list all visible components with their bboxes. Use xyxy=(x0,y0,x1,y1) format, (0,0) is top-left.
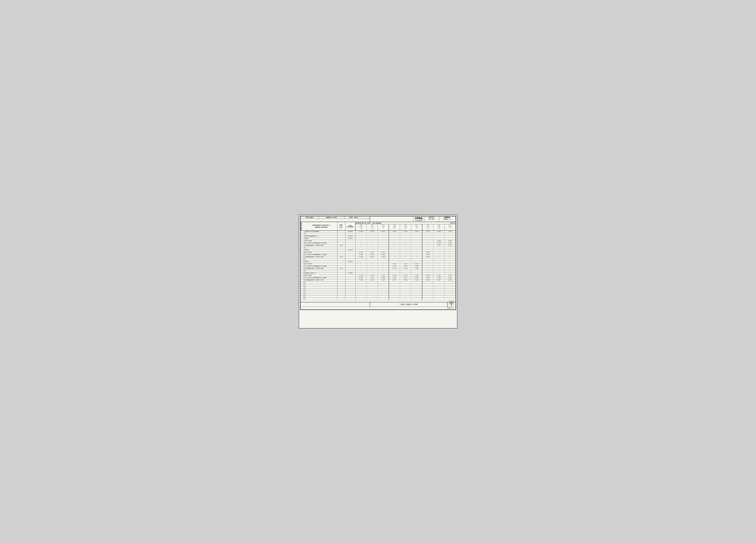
cell-val xyxy=(400,295,411,297)
row-vals: ===0.2370.2330.230=== xyxy=(356,268,456,270)
cell-val: 0.198 xyxy=(422,252,433,254)
row-koef xyxy=(337,272,345,274)
cell-val xyxy=(444,291,455,293)
row-kod: 573113 xyxy=(345,261,356,263)
row-koef xyxy=(337,293,345,295)
table-row: 12ПРИВЕДЕННЫЙ К МАРКЕ М4001.000.1990.195… xyxy=(301,256,456,259)
row-name: ПОРТЛАНДЦЕМЕНТ, Т: xyxy=(305,235,337,238)
cell-val xyxy=(389,293,400,295)
cell-val xyxy=(422,238,433,240)
cell-val xyxy=(389,288,400,290)
cell-val xyxy=(400,259,411,261)
sheynich-title: ШЕЙНИЧ xyxy=(440,217,454,219)
cell-val: 0.233 xyxy=(400,279,411,281)
cell-val xyxy=(389,233,400,235)
cell-val: = xyxy=(400,254,411,256)
row-vals xyxy=(356,288,456,290)
operator-label: ОПЕРАТОР xyxy=(425,217,438,218)
epvts-title: ЭПВЦ xyxy=(415,217,423,220)
cell-val xyxy=(378,286,389,288)
row-num: 24 xyxy=(301,284,305,286)
table-row: 7ПРИВЕДЕННЫЙ К МАРКЕ М4000.20=====0.2870… xyxy=(301,245,456,247)
cell-val: 0.354 xyxy=(422,231,433,233)
cell-val: = xyxy=(367,240,378,242)
row-name: ПРИВЕДЕННЫЙ К МАРКЕ М400 xyxy=(305,279,337,281)
cell-val: 0.342 xyxy=(411,231,422,233)
cell-val xyxy=(444,272,455,274)
qty-section: КОЛИЧЕСТВО НА МАРКУ, КОД ИЗДЕЛИЯ 582121 … xyxy=(356,222,456,231)
row-vals: 0.1990.1950.1920.2160.2170.2090.1990.239… xyxy=(356,277,456,279)
row-kod xyxy=(345,274,356,277)
table-row: 29 xyxy=(301,295,456,298)
cell-val xyxy=(356,235,367,238)
row-num: 20 xyxy=(301,274,305,277)
row-koef xyxy=(337,277,345,279)
row-name: М400 xyxy=(305,249,337,252)
cell-val: 0.209 xyxy=(411,277,422,279)
cell-val: 0.192 xyxy=(378,279,389,281)
cell-val xyxy=(411,284,422,286)
cell-val xyxy=(356,259,367,261)
format-text: ФОРМАТ А4 xyxy=(447,307,454,309)
row-name xyxy=(305,286,337,288)
table-row: 15ПО СЕРИИ===0.2150.2120.206=== xyxy=(301,263,456,266)
header-right: ЭПВЦ КиавЗНИИЗП ОПЕРАТОР ТЛП КОРТ ШЕЙНИЧ… xyxy=(370,217,456,222)
cell-val: = xyxy=(444,266,455,268)
row-koef xyxy=(337,247,345,249)
cell-val: 0.237 xyxy=(389,279,400,281)
cell-val: 0.348 xyxy=(367,231,378,233)
row-kod xyxy=(345,286,356,288)
cell-val xyxy=(356,272,367,274)
cell-val xyxy=(433,249,444,252)
row-num: 16 xyxy=(301,266,305,268)
cell-val xyxy=(378,259,389,261)
row-koef xyxy=(337,233,345,235)
cell-val xyxy=(433,259,444,261)
cell-val: = xyxy=(444,268,455,270)
cell-val: 0.198 xyxy=(422,274,433,277)
cell-val xyxy=(411,247,422,249)
col-sign-label: ПОДПИСЬ И ДАТА xyxy=(319,217,344,219)
cell-val xyxy=(422,259,433,261)
row-vals xyxy=(356,235,456,238)
row-kod xyxy=(345,298,356,300)
cell-val: 0.215 xyxy=(389,263,400,265)
qty-col-5: 1КНО4.28-1.2-ПВ xyxy=(400,224,411,231)
sheynich-block: ШЕЙНИЧ и-Шле, 3, xyxy=(439,217,456,222)
cell-val xyxy=(400,270,411,272)
cell-val: 0.215 xyxy=(389,274,400,277)
row-vals xyxy=(356,286,456,288)
row-vals: 0.1990.1950.1920.2370.2330.2300.1990.287… xyxy=(356,279,456,281)
cell-val: 0.195 xyxy=(367,256,378,258)
row-koef xyxy=(337,263,345,265)
cell-val xyxy=(444,293,455,295)
cell-val xyxy=(400,238,411,240)
cell-val: = xyxy=(422,242,433,245)
cell-val: = xyxy=(389,252,400,254)
cell-val xyxy=(378,284,389,286)
epvts-block: ЭПВЦ КиавЗНИИЗП xyxy=(413,217,424,222)
cell-val xyxy=(422,295,433,297)
row-koef xyxy=(337,291,345,293)
cell-val: = xyxy=(422,266,433,268)
cell-val xyxy=(444,261,455,263)
table-row: 6С УЧЕТОМ КОЭФФИЦИЕНТА ОТХОДА=====0.2390… xyxy=(301,242,456,245)
cell-val xyxy=(433,270,444,272)
cell-val xyxy=(433,295,444,297)
cell-val xyxy=(433,238,444,240)
cell-val xyxy=(411,240,422,242)
cell-val xyxy=(389,284,400,286)
cell-val xyxy=(444,270,455,272)
cell-val: 0.239 xyxy=(433,242,444,245)
cell-val xyxy=(367,272,378,274)
row-kod xyxy=(345,279,356,281)
col-headers-area: НОМЕР СТРОКИ НАИМЕНОВАНИЕ МАТЕРИАЛА И ЕД… xyxy=(301,222,456,231)
row-vals: 0.1990.1950.192===0.199== xyxy=(356,254,456,256)
cell-val: 0.199 xyxy=(422,254,433,256)
bottom-row: ФОРМАТ А4 xyxy=(301,307,456,309)
cell-val: 0.239 xyxy=(433,277,444,279)
cell-val xyxy=(433,284,444,286)
cell-val: = xyxy=(411,252,422,254)
cell-val xyxy=(411,288,422,290)
cell-val: 0.212 xyxy=(400,263,411,265)
